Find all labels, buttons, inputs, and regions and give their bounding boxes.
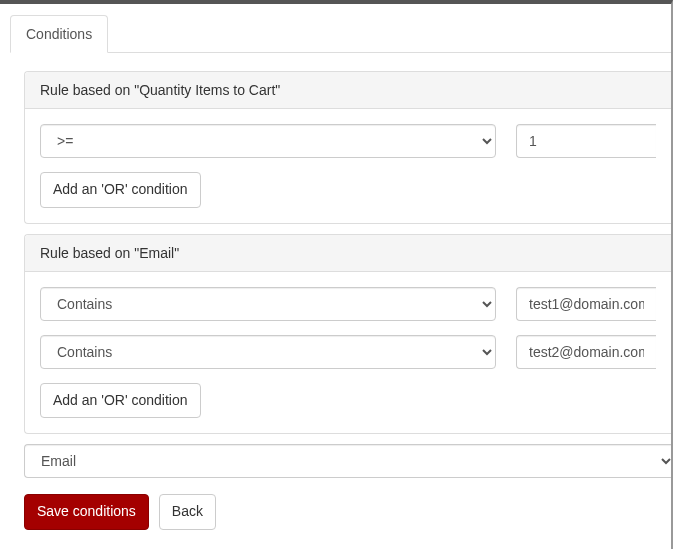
condition-row: Contains [40, 335, 656, 369]
tab-bar: Conditions [10, 14, 671, 53]
condition-row: Contains [40, 287, 656, 321]
value-input[interactable] [516, 124, 656, 158]
rule-title: Rule based on "Quantity Items to Cart" [25, 72, 671, 109]
operator-select[interactable]: Contains [40, 287, 496, 321]
combiner-select[interactable]: Email [24, 444, 673, 478]
save-button[interactable]: Save conditions [24, 494, 149, 530]
rule-panel-quantity: Rule based on "Quantity Items to Cart" >… [24, 71, 671, 224]
back-button[interactable]: Back [159, 494, 216, 530]
rule-panel-email: Rule based on "Email" Contains Contains … [24, 234, 671, 435]
tab-conditions[interactable]: Conditions [10, 15, 108, 53]
operator-select[interactable]: Contains [40, 335, 496, 369]
value-input[interactable] [516, 335, 656, 369]
add-or-button[interactable]: Add an 'OR' condition [40, 172, 201, 208]
add-or-button[interactable]: Add an 'OR' condition [40, 383, 201, 419]
footer-buttons: Save conditions Back [24, 494, 671, 530]
operator-select[interactable]: >= [40, 124, 496, 158]
rule-title: Rule based on "Email" [25, 235, 671, 272]
combiner-field: Email [24, 444, 671, 478]
value-input[interactable] [516, 287, 656, 321]
condition-row: >= [40, 124, 656, 158]
